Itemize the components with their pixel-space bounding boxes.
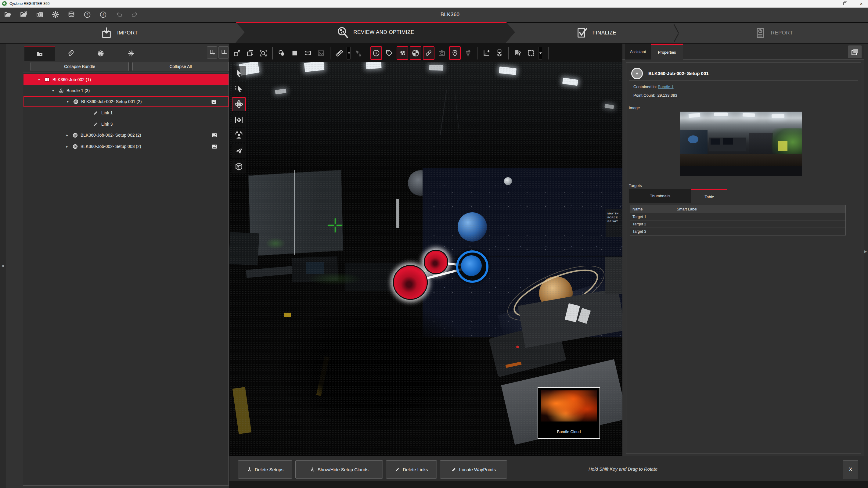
tab-project-explorer[interactable] — [24, 46, 55, 61]
image-thumbnail-icon[interactable] — [211, 144, 218, 149]
bundle-cloud-thumbnail[interactable]: Bundle Cloud — [537, 387, 600, 439]
tab-target-thumbnails[interactable]: Thumbnails — [629, 189, 691, 203]
measure-icon[interactable] — [334, 46, 345, 60]
open-project-icon[interactable] — [4, 11, 11, 18]
tree-item-setup-002[interactable]: ▸ BLK360-Job-002- Setup 002 (2) — [24, 130, 228, 140]
select-slider[interactable] — [538, 47, 542, 60]
point-cloud-scene[interactable]: MAY TH FORCE BE WIT — [229, 62, 622, 456]
help-icon[interactable]: ? — [84, 11, 91, 18]
bundle-link[interactable]: Bundle 1 — [658, 85, 673, 89]
project-icon — [44, 76, 50, 83]
restore-button[interactable] — [839, 0, 850, 8]
close-project-icon[interactable] — [20, 11, 27, 18]
tab-finalize[interactable]: FINALIZE — [515, 23, 677, 43]
show-waypoints-toggle[interactable] — [449, 46, 461, 60]
tree-item-bundle[interactable]: ▾ Bundle 1 (3) — [24, 85, 228, 96]
view-cube-tool[interactable] — [232, 160, 246, 173]
layout-windows-button[interactable] — [848, 45, 862, 58]
expander-icon[interactable]: ▸ — [65, 144, 69, 149]
toolbar-separator — [548, 47, 549, 60]
floorplan-image-icon[interactable] — [494, 46, 505, 60]
minimize-button[interactable] — [822, 0, 833, 8]
bottom-strip — [229, 481, 868, 488]
tree-item-job[interactable]: ▾ BLK360-Job-002 (1) — [24, 74, 228, 85]
settings-gear-icon[interactable] — [52, 11, 59, 18]
image-thumbnail-icon[interactable] — [211, 133, 218, 138]
multi-select-tool[interactable] — [232, 82, 246, 96]
expander-icon[interactable]: ▾ — [66, 100, 69, 104]
tab-attachments[interactable] — [55, 46, 86, 61]
delete-links-button[interactable]: Delete Links — [386, 460, 437, 479]
select-tool[interactable] — [232, 66, 246, 80]
point-cloud-viewport[interactable]: MAY TH FORCE BE WIT — [229, 44, 622, 456]
fly-tool[interactable] — [232, 144, 246, 158]
tab-report[interactable]: REPORT — [679, 23, 868, 43]
blend-clouds-icon[interactable] — [276, 46, 287, 60]
redo-icon[interactable] — [131, 11, 138, 18]
undo-icon[interactable] — [115, 11, 123, 18]
chevron-left-icon: ◀ — [1, 264, 4, 268]
reset-view-icon[interactable] — [231, 46, 243, 60]
tree-item-link-3[interactable]: Link 3 — [24, 119, 228, 130]
pano-orbit-tool[interactable] — [232, 113, 246, 127]
panel-collapse-handle[interactable]: ▶ — [864, 44, 868, 456]
show-setups-toggle[interactable] — [370, 46, 382, 60]
orbit-tool[interactable] — [232, 97, 246, 111]
show-clouds-toggle[interactable] — [397, 46, 408, 60]
show-links-toggle[interactable] — [423, 46, 434, 60]
tree-item-setup-003[interactable]: ▸ BLK360-Job-002- Setup 003 (2) — [24, 141, 228, 152]
solid-fill-icon[interactable] — [289, 46, 301, 60]
collapse-all-button[interactable]: Collapse All — [132, 62, 229, 71]
tab-sensors[interactable] — [116, 46, 147, 61]
expander-icon[interactable]: ▸ — [65, 133, 69, 137]
close-window-button[interactable]: × — [856, 0, 867, 8]
delete-setups-button[interactable]: Delete Setups — [238, 460, 292, 479]
look-around-tool[interactable] — [232, 128, 246, 142]
column-smart-label[interactable]: Smart Label — [674, 207, 845, 212]
setup-panorama-image[interactable] — [680, 111, 802, 176]
viewports-icon[interactable] — [244, 46, 256, 60]
remove-bundle-button[interactable] — [218, 46, 229, 59]
setup-marker-red-1[interactable] — [393, 265, 428, 300]
tab-properties[interactable]: Properties — [651, 44, 683, 60]
tab-review-and-optimize[interactable]: REVIEW AND OPTIMIZE — [236, 22, 515, 43]
bundle-waypoint-icon[interactable] — [512, 46, 524, 60]
image-thumbnail-icon[interactable] — [211, 99, 217, 104]
rect-select-icon[interactable] — [525, 46, 537, 60]
table-row-target-2[interactable]: Target 2 — [630, 221, 845, 228]
table-row-target-1[interactable]: Target 1 — [630, 213, 845, 221]
panorama-view-icon[interactable] — [302, 46, 314, 60]
expander-icon[interactable]: ▾ — [37, 78, 41, 82]
column-name[interactable]: Name — [630, 205, 674, 213]
tab-target-table[interactable]: Table — [691, 189, 727, 203]
tab-import[interactable]: IMPORT — [0, 23, 238, 43]
setup-marker-blue[interactable] — [456, 251, 489, 283]
collapse-bundle-button[interactable]: Collapse Bundle — [31, 62, 129, 71]
add-ucs-icon[interactable] — [480, 46, 492, 60]
show-targets-toggle[interactable] — [410, 46, 421, 60]
setup-marker-red-2[interactable] — [424, 250, 448, 274]
about-info-icon[interactable]: i — [99, 11, 107, 18]
locate-waypoints-button[interactable]: Locate WayPoints — [440, 460, 507, 479]
show-labels-tag-icon[interactable] — [383, 46, 395, 60]
show-images-camera-icon[interactable] — [436, 46, 447, 60]
close-panel-button[interactable]: X — [843, 460, 858, 479]
sidebar-collapse-handle[interactable]: ◀ — [0, 44, 6, 488]
tree-item-setup-001[interactable]: ▾ BLK360-Job-002- Setup 001 (2) — [24, 96, 228, 107]
add-bundle-button[interactable] — [207, 46, 217, 59]
expander-icon[interactable]: ▾ — [51, 89, 55, 93]
table-row-target-3[interactable]: Target 3 — [630, 228, 845, 235]
show-hide-setup-clouds-button[interactable]: Show/Hide Setup Clouds — [295, 460, 383, 479]
zoom-window-icon[interactable] — [257, 46, 269, 60]
tree-item-link-1[interactable]: Link 1 — [24, 107, 228, 118]
import-data-icon[interactable] — [36, 11, 43, 18]
storage-database-icon[interactable] — [68, 11, 75, 18]
measure-slider[interactable] — [347, 47, 350, 60]
tab-assistant[interactable]: Assistant — [625, 44, 651, 60]
restore-icon — [843, 2, 846, 5]
pick-point-icon[interactable] — [352, 46, 364, 60]
cloud-filter-icon[interactable] — [462, 46, 474, 60]
tab-web-globe[interactable] — [86, 46, 116, 61]
setup-icon — [72, 143, 78, 150]
image-view-icon[interactable] — [315, 46, 327, 60]
